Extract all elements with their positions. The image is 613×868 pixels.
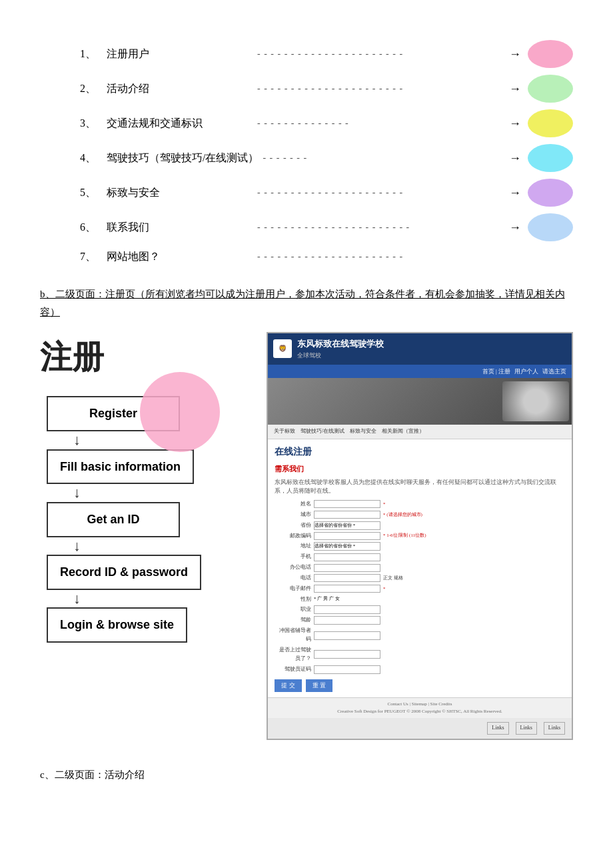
flow-step-get-id: Get an ID ↓ <box>40 502 180 555</box>
nav-label-6: 联系我们 <box>107 219 253 236</box>
form-select-job[interactable] <box>314 605 380 614</box>
form-row-phone: 电话 正文 规格 <box>275 574 565 583</box>
mockup-links-bar: Links Links Links <box>268 718 572 739</box>
mockup-nav-item-3[interactable]: 请选主页 <box>542 367 566 376</box>
form-hint-name: * <box>383 501 386 508</box>
nav-dashes-5: - - - - - - - - - - - - - - - - - - - - … <box>257 185 505 200</box>
flow-box-login: Login & browse site <box>47 607 187 643</box>
nav-oval-5 <box>528 179 573 207</box>
form-row-office-phone: 办公电话 <box>275 563 565 572</box>
form-input-phone[interactable] <box>314 574 380 582</box>
mockup-link-1[interactable]: Links <box>487 722 508 735</box>
form-label-driving-exp: 驾龄 <box>275 616 311 625</box>
nav-oval-3 <box>528 109 573 137</box>
form-select-license[interactable] <box>314 665 380 674</box>
nav-item-3: 3、交通法规和交通标识- - - - - - - - - - - - - -→ <box>80 109 573 137</box>
nav-dashes-4: - - - - - - - <box>263 151 505 165</box>
nav-oval-2 <box>528 75 573 103</box>
flow-arrow-2: ↓ <box>73 484 81 501</box>
form-input-name[interactable] <box>314 500 380 508</box>
nav-dashes-2: - - - - - - - - - - - - - - - - - - - - … <box>257 81 505 96</box>
bottom-text: c、二级页面：活动介绍 <box>40 769 145 780</box>
form-label-code: 冲国省辅导者码 <box>275 627 311 644</box>
mockup-nav-item-1[interactable]: 首页 | 注册 <box>482 367 510 376</box>
form-hint-gender: * 广 男 广 女 <box>314 595 340 603</box>
form-label-address: 地址 <box>275 542 311 551</box>
nav-oval-1 <box>528 40 573 68</box>
form-hint-phone: 正文 规格 <box>383 575 403 582</box>
nav-num-6: 6、 <box>80 219 107 236</box>
form-select-province[interactable]: 选择省的省份省份 * <box>314 521 380 530</box>
form-row-job: 职业 <box>275 605 565 614</box>
form-label-phone: 电话 <box>275 574 311 583</box>
flow-arrow-4: ↓ <box>73 590 81 607</box>
form-row-city: 城市 * (请选择您的城市) <box>275 511 565 519</box>
form-row-driving-exp: 驾龄 <box>275 616 565 625</box>
form-row-name: 姓名 * <box>275 500 565 509</box>
nav-item-6: 6、联系我们- - - - - - - - - - - - - - - - - … <box>80 213 573 241</box>
site-mockup: 🦁 东风标致在线驾驶学校 全球驾校 首页 | 注册 用户个人 请选主页 关于标致… <box>267 332 573 740</box>
flow-box-get-id: Get an ID <box>47 502 180 537</box>
mockup-submenu-item-2[interactable]: 驾驶技巧/在线测试 <box>299 427 346 437</box>
form-select-had-training[interactable] <box>314 650 380 659</box>
registration-section: 注册 Register ↓ Fill basic information ↓ G… <box>40 332 573 740</box>
mockup-site-title: 东风标致在线驾驶学校 <box>297 337 384 351</box>
nav-arrow-4: → <box>509 149 521 168</box>
form-input-zipcode[interactable] <box>314 532 380 540</box>
form-row-province: 省份 选择省的省份省份 * <box>275 521 565 530</box>
nav-label-7: 网站地图？ <box>107 248 253 265</box>
mockup-submenu-item-3[interactable]: 标致与安全 <box>348 427 378 437</box>
flowchart: 注册 Register ↓ Fill basic information ↓ G… <box>40 332 253 643</box>
form-input-office-phone[interactable] <box>314 564 380 572</box>
nav-dashes-3: - - - - - - - - - - - - - - <box>257 116 505 131</box>
nav-label-3: 交通法规和交通标识 <box>107 115 253 132</box>
form-label-gender: 性别 <box>275 595 311 604</box>
flow-step-login: Login & browse site <box>40 607 187 643</box>
nav-num-7: 7、 <box>80 248 107 265</box>
mockup-site-subtitle: 全球驾校 <box>297 351 384 360</box>
form-select-driving-exp[interactable] <box>314 616 380 625</box>
mockup-submenu: 关于标致 驾驶技巧/在线测试 标致与安全 相关新闻（宣推） <box>268 425 572 439</box>
mockup-reset-button[interactable]: 重 置 <box>306 679 333 692</box>
mockup-footer-text: Contact Us | Sitemap | Site Credits <box>388 701 452 707</box>
form-label-province: 省份 <box>275 521 311 530</box>
mockup-nav: 首页 | 注册 用户个人 请选主页 <box>268 365 572 378</box>
mockup-link-3[interactable]: Links <box>544 722 565 735</box>
mockup-page-title: 在线注册 <box>275 445 565 459</box>
description-paragraph: b、二级页面：注册页（所有浏览者均可以成为注册用户，参加本次活动，符合条件者，有… <box>40 285 573 321</box>
form-label-city: 城市 <box>275 511 311 519</box>
form-row-email: 电子邮件 * <box>275 585 565 593</box>
nav-label-2: 活动介绍 <box>107 80 253 97</box>
mockup-footer-copy: Creative Soft Design for PEUGEOT © 2008 … <box>337 709 502 714</box>
form-hint-email: * <box>383 585 386 593</box>
nav-num-1: 1、 <box>80 45 107 63</box>
mockup-link-2[interactable]: Links <box>516 722 537 735</box>
flow-step-record-id: Record ID & password ↓ <box>40 555 201 607</box>
form-label-zipcode: 邮政编码 <box>275 532 311 541</box>
nav-label-4: 驾驶技巧（驾驶技巧/在线测试） <box>107 149 259 167</box>
flow-box-record-id: Record ID & password <box>47 555 201 590</box>
form-row-zipcode: 邮政编码 * 1-6位 限制 (11位数) <box>275 532 565 541</box>
form-input-email[interactable] <box>314 585 380 593</box>
form-input-city[interactable] <box>314 511 380 519</box>
mockup-submenu-item-4[interactable]: 相关新闻（宣推） <box>380 427 426 437</box>
nav-item-5: 5、标致与安全- - - - - - - - - - - - - - - - -… <box>80 179 573 207</box>
nav-item-1: 1、注册用户- - - - - - - - - - - - - - - - - … <box>80 40 573 68</box>
mockup-footer: Contact Us | Sitemap | Site Credits Crea… <box>268 697 572 718</box>
mockup-content: 在线注册 需系我们 东风标致在线驾驶学校客服人员为您提供在线实时聊天服务，有任何… <box>268 439 572 697</box>
form-label-license: 驾驶员证码 <box>275 665 311 674</box>
mockup-submit-button[interactable]: 提 交 <box>275 679 302 692</box>
flowchart-circle <box>140 372 220 452</box>
form-row-license: 驾驶员证码 <box>275 665 565 674</box>
mockup-nav-item-2[interactable]: 用户个人 <box>514 367 538 376</box>
form-select-address[interactable]: 选择省的省份省份 * <box>314 542 380 551</box>
mockup-submenu-item-1[interactable]: 关于标致 <box>272 427 297 437</box>
form-row-code: 冲国省辅导者码 <box>275 627 565 644</box>
mockup-header: 🦁 东风标致在线驾驶学校 全球驾校 <box>268 333 572 365</box>
mockup-banner <box>268 378 572 425</box>
nav-label-5: 标致与安全 <box>107 184 253 201</box>
nav-arrow-1: → <box>509 45 521 64</box>
form-input-mobile[interactable] <box>314 553 380 561</box>
form-select-code[interactable] <box>314 631 380 640</box>
flow-arrow-3: ↓ <box>73 537 81 555</box>
